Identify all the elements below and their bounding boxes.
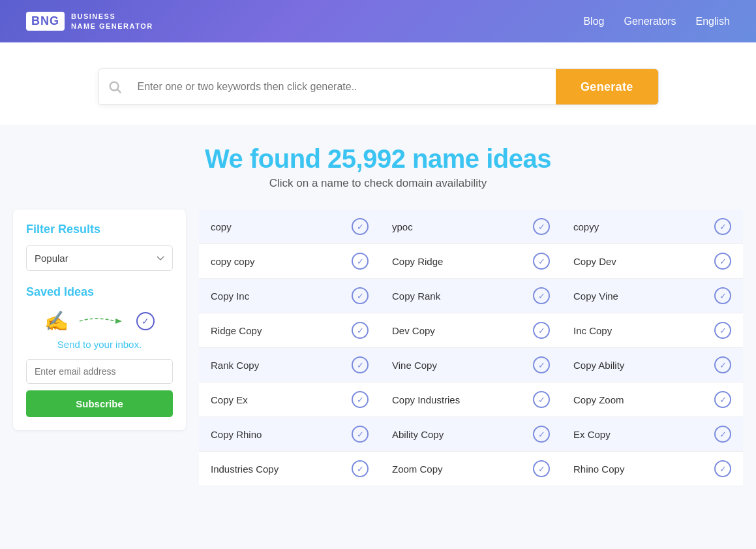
- name-item[interactable]: Ex Copy ✓: [562, 417, 743, 452]
- check-circle-icon[interactable]: ✓: [714, 391, 731, 408]
- check-circle-icon[interactable]: ✓: [352, 391, 369, 408]
- name-text: Rhino Copy: [573, 463, 624, 475]
- email-input[interactable]: [26, 359, 173, 384]
- logo-area: BNG BUSINESS NAME GENERATOR: [26, 12, 153, 31]
- hand-icon: ✍: [44, 309, 68, 332]
- results-subtext: Click on a name to check domain availabi…: [0, 177, 756, 190]
- results-count: We found 25,992 name ideas: [0, 144, 756, 174]
- name-text: Inc Copy: [573, 325, 612, 336]
- nav-blog[interactable]: Blog: [583, 16, 604, 27]
- name-text: Copy Dev: [573, 256, 616, 267]
- check-circle-icon[interactable]: ✓: [714, 218, 731, 235]
- name-item[interactable]: copy ✓: [199, 210, 380, 244]
- name-item[interactable]: Copy Rhino ✓: [199, 417, 380, 452]
- logo-text: BUSINESS NAME GENERATOR: [71, 12, 153, 31]
- name-item[interactable]: Ability Copy ✓: [380, 417, 562, 452]
- check-circle-icon[interactable]: ✓: [352, 426, 369, 443]
- name-text: Copy Zoom: [573, 394, 624, 405]
- check-circle-icon[interactable]: ✓: [352, 356, 369, 373]
- filter-title: Filter Results: [26, 223, 173, 236]
- search-input[interactable]: [131, 69, 556, 104]
- name-item[interactable]: Inc Copy ✓: [562, 313, 743, 348]
- name-text: Copy Inc: [211, 290, 249, 302]
- check-circle-icon[interactable]: ✓: [352, 253, 369, 270]
- name-item[interactable]: Copy Vine ✓: [562, 279, 743, 313]
- name-item[interactable]: Rank Copy ✓: [199, 348, 380, 383]
- name-text: Vine Copy: [392, 360, 437, 371]
- name-text: copy: [211, 221, 232, 232]
- logo-badge: BNG: [26, 12, 65, 31]
- name-item[interactable]: Dev Copy ✓: [380, 313, 562, 348]
- search-icon-wrap: [98, 69, 131, 104]
- nav-generators[interactable]: Generators: [624, 16, 676, 27]
- site-header: BNG BUSINESS NAME GENERATOR Blog Generat…: [0, 0, 756, 42]
- search-bar: Generate: [98, 69, 659, 105]
- check-circle-icon[interactable]: ✓: [352, 287, 369, 304]
- check-circle-icon[interactable]: ✓: [714, 253, 731, 270]
- name-text: ypoc: [392, 221, 413, 232]
- check-circle-icon[interactable]: ✓: [533, 391, 550, 408]
- check-circle-icon[interactable]: ✓: [714, 460, 731, 477]
- name-item[interactable]: Copy Industries ✓: [380, 383, 562, 417]
- main-layout: Filter Results Popular Newest Shortest A…: [0, 210, 756, 512]
- check-circle-icon[interactable]: ✓: [714, 426, 731, 443]
- name-item[interactable]: copy copy ✓: [199, 244, 380, 279]
- main-nav: Blog Generators English: [583, 16, 730, 27]
- check-circle-icon[interactable]: ✓: [533, 356, 550, 373]
- name-text: Copy Ability: [573, 360, 624, 371]
- name-text: Dev Copy: [392, 325, 435, 336]
- check-circle-icon[interactable]: ✓: [533, 322, 550, 339]
- name-item[interactable]: Zoom Copy ✓: [380, 452, 562, 486]
- name-text: copyy: [573, 221, 599, 232]
- name-item[interactable]: copyy ✓: [562, 210, 743, 244]
- check-circle-icon[interactable]: ✓: [714, 322, 731, 339]
- name-text: Ridge Copy: [211, 325, 262, 336]
- nav-language[interactable]: English: [696, 16, 730, 27]
- name-text: Copy Industries: [392, 394, 460, 405]
- name-item[interactable]: Copy Inc ✓: [199, 279, 380, 313]
- name-text: Copy Rhino: [211, 429, 262, 440]
- name-item[interactable]: ypoc ✓: [380, 210, 562, 244]
- name-text: copy copy: [211, 256, 255, 267]
- subscribe-button[interactable]: Subscribe: [26, 390, 173, 417]
- saved-check-icon: ✓: [136, 312, 155, 330]
- dashed-arrow: [76, 315, 129, 328]
- results-grid: copy ✓ copy copy ✓ Copy Inc ✓ Ridge Copy…: [199, 210, 743, 486]
- name-item[interactable]: Rhino Copy ✓: [562, 452, 743, 486]
- svg-marker-2: [115, 319, 122, 324]
- check-circle-icon[interactable]: ✓: [533, 218, 550, 235]
- sidebar: Filter Results Popular Newest Shortest A…: [13, 210, 186, 430]
- name-text: Ability Copy: [392, 429, 444, 440]
- check-circle-icon[interactable]: ✓: [352, 218, 369, 235]
- check-circle-icon[interactable]: ✓: [533, 460, 550, 477]
- name-text: Copy Ex: [211, 394, 248, 405]
- check-circle-icon[interactable]: ✓: [714, 287, 731, 304]
- name-item[interactable]: Vine Copy ✓: [380, 348, 562, 383]
- generate-button[interactable]: Generate: [556, 69, 658, 104]
- check-circle-icon[interactable]: ✓: [533, 426, 550, 443]
- name-text: Ex Copy: [573, 429, 611, 440]
- send-inbox-label: Send to your inbox.: [26, 339, 173, 350]
- name-item[interactable]: Copy Ability ✓: [562, 348, 743, 383]
- filter-select[interactable]: Popular Newest Shortest Alphabetical: [26, 245, 173, 271]
- check-circle-icon[interactable]: ✓: [352, 460, 369, 477]
- name-text: Zoom Copy: [392, 463, 443, 475]
- name-item[interactable]: Copy Ridge ✓: [380, 244, 562, 279]
- name-item[interactable]: Ridge Copy ✓: [199, 313, 380, 348]
- check-circle-icon[interactable]: ✓: [352, 322, 369, 339]
- check-circle-icon[interactable]: ✓: [533, 287, 550, 304]
- search-icon: [108, 80, 122, 94]
- name-item[interactable]: Copy Ex ✓: [199, 383, 380, 417]
- name-text: Copy Rank: [392, 290, 440, 302]
- results-heading: We found 25,992 name ideas: [0, 144, 756, 174]
- name-item[interactable]: Copy Zoom ✓: [562, 383, 743, 417]
- check-circle-icon[interactable]: ✓: [714, 356, 731, 373]
- saved-title: Saved Ideas: [26, 285, 173, 299]
- name-item[interactable]: Industries Copy ✓: [199, 452, 380, 486]
- name-item[interactable]: Copy Dev ✓: [562, 244, 743, 279]
- check-circle-icon[interactable]: ✓: [533, 253, 550, 270]
- results-column-2: copyy ✓ Copy Dev ✓ Copy Vine ✓ Inc Copy …: [562, 210, 743, 486]
- saved-animation: ✍ ✓: [26, 309, 173, 332]
- name-item[interactable]: Copy Rank ✓: [380, 279, 562, 313]
- svg-line-1: [117, 89, 121, 93]
